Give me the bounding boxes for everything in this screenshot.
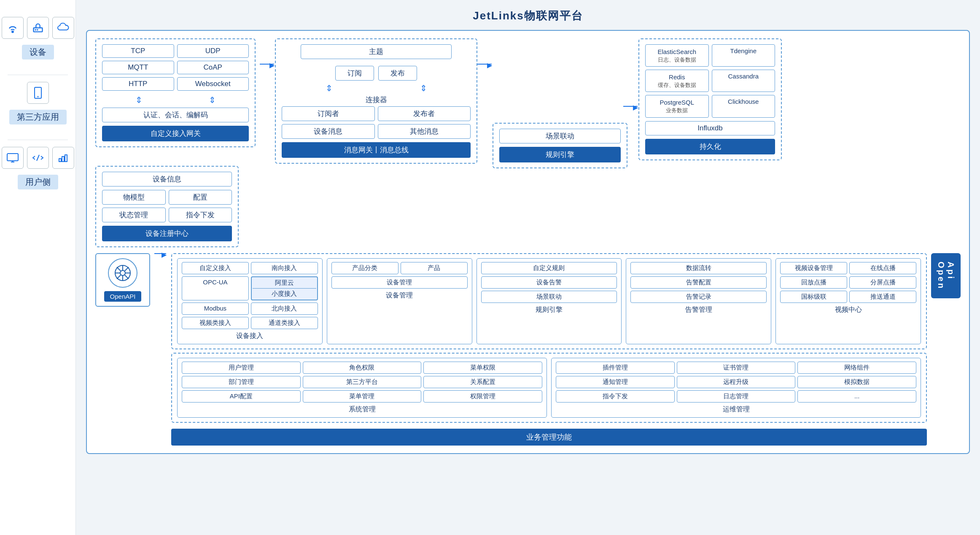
arrow-left-right-2: ⇕ xyxy=(209,95,216,105)
third-party-platform-item: 第三方平台 xyxy=(303,376,422,388)
ops-mgmt-grid: 插件管理 证书管理 网络组件 通知管理 远程升级 模拟数据 指令下发 日志管理 … xyxy=(556,362,916,403)
cloud-icon xyxy=(52,17,74,39)
cassandra-item: Cassandra xyxy=(712,70,775,92)
platform-container: TCP UDP MQTT CoAP HTTP Websocket ⇕ ⇕ 认证、… xyxy=(86,30,970,454)
business-bar: 业务管理功能 xyxy=(171,429,927,446)
alarm-mgmt-section: 数据流转 告警配置 告警记录 告警管理 xyxy=(626,258,771,344)
divider-2 xyxy=(8,140,68,140)
pub-arrow: ⇕ xyxy=(420,83,427,93)
network-comp-item: 网络组件 xyxy=(797,362,916,374)
business-modules-row2: 用户管理 角色权限 菜单权限 部门管理 第三方平台 关系配置 API配置 菜单管… xyxy=(171,353,927,423)
cert-mgmt-item: 证书管理 xyxy=(677,362,796,374)
svg-rect-12 xyxy=(65,155,67,162)
user-side-icons xyxy=(2,147,74,169)
perm-mgmt-item: 权限管理 xyxy=(423,390,542,403)
aliyun-item: 阿里云 xyxy=(253,279,316,287)
svg-point-0 xyxy=(12,31,13,33)
svg-rect-6 xyxy=(7,154,18,161)
websocket-item: Websocket xyxy=(177,77,249,91)
system-mgmt-section: 用户管理 角色权限 菜单权限 部门管理 第三方平台 关系配置 API配置 菜单管… xyxy=(177,358,547,418)
business-outer: 自定义接入 南向接入 OPC-UA 阿里云 小度接入 Modbus 北向接入 视… xyxy=(171,253,927,446)
system-mgmt-title: 系统管理 xyxy=(182,405,542,414)
connector-grid: 订阅者 发布者 设备消息 其他消息 xyxy=(282,106,471,139)
push-channel-item: 推送通道 xyxy=(849,291,916,303)
device-access-grid: 自定义接入 南向接入 OPC-UA 阿里云 小度接入 Modbus 北向接入 视… xyxy=(182,262,318,329)
channel-access-item: 通道类接入 xyxy=(251,317,318,329)
bottom-section: OpenAPI ▶ 自定义接入 南向接入 OPC-UA xyxy=(95,253,961,446)
tcp-item: TCP xyxy=(102,44,174,58)
opcua-item: OPC-UA xyxy=(182,276,249,300)
redis-sublabel: 缓存、设备数据 xyxy=(649,81,705,89)
storage-grid: ElasticSearch 日志、设备数据 Tdengine Redis 缓存、… xyxy=(645,44,775,118)
menu-mgmt-item: 菜单管理 xyxy=(303,390,422,403)
device-icons xyxy=(2,17,74,39)
alarm-log-item: 告警记录 xyxy=(630,291,767,303)
gb-federate-item: 国标级联 xyxy=(780,291,847,303)
user-side-label: 用户侧 xyxy=(18,175,58,189)
message-box: 主题 订阅 发布 ⇕ ⇕ 连接器 订阅者 发布者 设备消息 xyxy=(275,38,477,164)
code-icon xyxy=(27,147,49,169)
publisher-item: 发布者 xyxy=(378,106,471,121)
rule-engine-mgmt-grid: 自定义规则 设备告警 场景联动 xyxy=(481,262,617,303)
tdengine-item: Tdengine xyxy=(712,44,775,67)
other-msg-item: 其他消息 xyxy=(378,124,471,139)
device-access-title: 设备接入 xyxy=(182,332,318,340)
influxdb-item: Influxdb xyxy=(645,121,775,135)
monitor-icon xyxy=(2,147,24,169)
rule-engine-mgmt-title: 规则引擎 xyxy=(481,305,617,314)
scene-col: 场景联动 规则引擎 xyxy=(493,38,623,168)
connector-label: 连接器 xyxy=(282,95,471,105)
log-mgmt-item: 日志管理 xyxy=(677,390,796,403)
xiaodu-item: 小度接入 xyxy=(253,288,316,298)
device-info-box: 设备信息 物模型 配置 状态管理 指令下发 设备注册中心 xyxy=(95,166,239,247)
open-api-right: OpenApi xyxy=(931,253,961,298)
message-gateway-btn: 消息网关丨消息总线 xyxy=(282,142,471,158)
product-item: 产品 xyxy=(401,262,468,274)
device-access-section: 自定义接入 南向接入 OPC-UA 阿里云 小度接入 Modbus 北向接入 视… xyxy=(177,258,323,344)
topic-bar: 主题 xyxy=(301,44,452,59)
user-mgmt-item: 用户管理 xyxy=(182,362,301,374)
scene-link-mgmt-item: 场景联动 xyxy=(481,291,617,303)
device-alarm-item: 设备告警 xyxy=(481,276,617,289)
chart-icon xyxy=(52,147,74,169)
video-center-section: 视频设备管理 在线点播 回放点播 分屏点播 国标级联 推送通道 视频中心 xyxy=(775,258,921,344)
device-msg-item: 设备消息 xyxy=(282,124,375,139)
auth-bar: 认证、会话、编解码 xyxy=(102,108,249,122)
svg-line-9 xyxy=(37,155,39,161)
modbus-item: Modbus xyxy=(182,303,249,315)
sidebar-section-device: 设备 xyxy=(2,17,74,59)
aliyun-group: 阿里云 小度接入 xyxy=(251,276,318,300)
plugin-mgmt-item: 插件管理 xyxy=(556,362,675,374)
playback-stream-item: 回放点播 xyxy=(780,276,847,289)
elasticsearch-label: ElasticSearch xyxy=(649,47,705,56)
gateway-box: TCP UDP MQTT CoAP HTTP Websocket ⇕ ⇕ 认证、… xyxy=(95,38,256,147)
device-info-title: 设备信息 xyxy=(102,172,232,186)
svg-line-20 xyxy=(125,275,129,279)
redis-item: Redis 缓存、设备数据 xyxy=(645,70,709,92)
redis-label: Redis xyxy=(649,73,705,81)
platform-title: JetLinks物联网平台 xyxy=(86,8,970,23)
notify-mgmt-item: 通知管理 xyxy=(556,376,675,388)
video-center-title: 视频中心 xyxy=(780,305,916,314)
remote-upgrade-item: 远程升级 xyxy=(677,376,796,388)
left-sidebar: 设备 第三方应用 xyxy=(0,0,76,535)
gateway-arrows: ⇕ ⇕ xyxy=(102,95,249,105)
alarm-config-item: 告警配置 xyxy=(630,276,767,289)
svg-line-19 xyxy=(117,267,121,271)
clickhouse-item: Clickhouse xyxy=(712,95,775,117)
divider-1 xyxy=(8,75,68,75)
postgresql-sublabel: 业务数据 xyxy=(649,107,705,114)
elasticsearch-sublabel: 日志、设备数据 xyxy=(649,56,705,64)
alarm-mgmt-grid: 数据流转 告警配置 告警记录 xyxy=(630,262,767,303)
ops-mgmt-section: 插件管理 证书管理 网络组件 通知管理 远程升级 模拟数据 指令下发 日志管理 … xyxy=(551,358,921,418)
alarm-mgmt-title: 告警管理 xyxy=(630,305,767,314)
pub-sub-row: 订阅 发布 xyxy=(282,66,471,81)
data-flow-item: 数据流转 xyxy=(630,262,767,274)
dept-mgmt-item: 部门管理 xyxy=(182,376,301,388)
device-register-btn: 设备注册中心 xyxy=(102,226,232,241)
message-hub-col: 主题 订阅 发布 ⇕ ⇕ 连接器 订阅者 发布者 设备消息 xyxy=(275,38,477,164)
device-mgmt-section: 产品分类 产品 设备管理 设备管理 xyxy=(327,258,472,344)
rule-engine-mgmt-section: 自定义规则 设备告警 场景联动 规则引擎 xyxy=(477,258,622,344)
main-content: JetLinks物联网平台 TCP UDP MQTT CoAP HTTP Web… xyxy=(76,0,980,535)
video-device-mgmt-item: 视频设备管理 xyxy=(780,262,847,274)
